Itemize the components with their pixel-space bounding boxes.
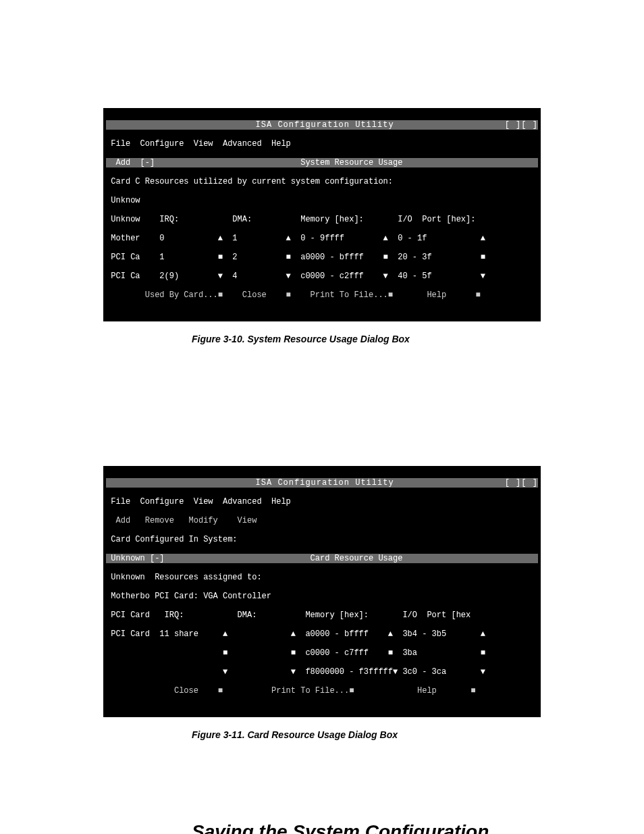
figure-3-10: ISA Configuration Utility [ ][ ] File Co… — [0, 0, 644, 321]
heading-saving-system-configuration: Saving the System Configuration — [192, 821, 644, 834]
resource-row: ■ ■ c0000 - c7fff ■ 3ba ■ — [106, 648, 538, 658]
resource-row: Mother 0 ▲ 1 ▲ 0 - 9ffff ▲ 0 - 1f ▲ — [106, 234, 538, 243]
figure-caption-3-10: Figure 3-10. System Resource Usage Dialo… — [192, 334, 644, 344]
menu-bar[interactable]: File Configure View Advanced Help — [106, 497, 538, 506]
dialog-title-system-resource-usage: Add [-] System Resource Usage — [106, 158, 538, 167]
resource-row: Motherbo PCI Card: VGA Controller — [106, 592, 538, 601]
resource-row: ▼ ▼ f8000000 - f3fffff▼ 3c0 - 3ca ▼ — [106, 667, 538, 677]
menu-bar[interactable]: File Configure View Advanced Help — [106, 139, 538, 149]
info-text: Card Configured In System: — [106, 535, 538, 544]
system-resource-usage-dialog: ISA Configuration Utility [ ][ ] File Co… — [103, 108, 541, 321]
resource-row: PCI Ca 1 ■ 2 ■ a0000 - bffff ■ 20 - 3f ■ — [106, 253, 538, 262]
resource-row: PCI Ca 2(9) ▼ 4 ▼ c0000 - c2fff ▼ 40 - 5… — [106, 271, 538, 281]
info-text: Card C Resources utilized by current sys… — [106, 177, 538, 186]
list-header: Unknow — [106, 196, 538, 205]
resource-row: Unknown Resources assigned to: — [106, 573, 538, 582]
card-resource-usage-dialog: ISA Configuration Utility [ ][ ] File Co… — [103, 466, 541, 717]
window-title: ISA Configuration Utility [ ][ ] — [106, 478, 538, 488]
column-headers: Unknow IRQ: DMA: Memory [hex]: I/O Port … — [106, 215, 538, 224]
figure-3-11: ISA Configuration Utility [ ][ ] File Co… — [0, 344, 644, 717]
button-row[interactable]: Used By Card...■ Close ■ Print To File..… — [106, 290, 538, 300]
dialog-title-card-resource-usage: Unknown [-] Card Resource Usage — [106, 554, 538, 563]
toolbar-row[interactable]: Add Remove Modify View — [106, 516, 538, 525]
button-row[interactable]: Close ■ Print To File...■ Help ■ — [106, 686, 538, 696]
column-headers: PCI Card IRQ: DMA: Memory [hex]: I/O Por… — [106, 610, 538, 620]
figure-caption-3-11: Figure 3-11. Card Resource Usage Dialog … — [192, 729, 644, 740]
window-title: ISA Configuration Utility [ ][ ] — [106, 120, 538, 130]
resource-row: PCI Card 11 share ▲ ▲ a0000 - bffff ▲ 3b… — [106, 629, 538, 639]
